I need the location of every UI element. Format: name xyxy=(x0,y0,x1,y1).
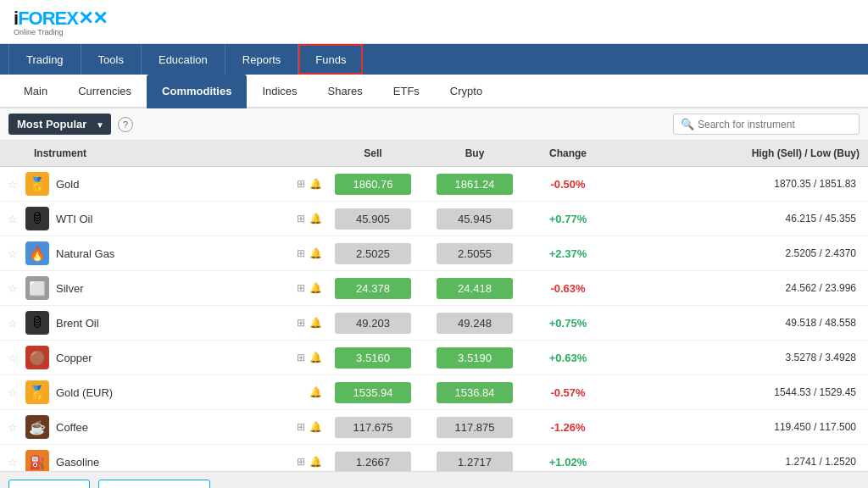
action-icons: ⊞ 🔔 xyxy=(297,352,322,363)
tab-main[interactable]: Main xyxy=(8,75,63,108)
external-link-icon[interactable]: ⊞ xyxy=(297,352,305,363)
sell-cell-6[interactable]: 1535.94 xyxy=(322,375,424,410)
nav-trading[interactable]: Trading xyxy=(8,44,81,75)
sell-cell-2[interactable]: 2.5025 xyxy=(322,236,424,271)
nav-funds[interactable]: Funds xyxy=(298,44,363,75)
tab-crypto[interactable]: Crypto xyxy=(435,75,498,108)
star-cell[interactable]: ☆ xyxy=(0,167,25,202)
buy-price[interactable]: 3.5190 xyxy=(437,347,513,369)
header-change: Change xyxy=(526,141,610,167)
sell-cell-1[interactable]: 45.905 xyxy=(322,202,424,236)
alert-icon[interactable]: 🔔 xyxy=(309,317,322,329)
instrument-name: Natural Gas xyxy=(56,247,114,260)
tab-currencies[interactable]: Currencies xyxy=(63,75,147,108)
buy-price[interactable]: 2.5055 xyxy=(437,243,513,264)
alert-icon[interactable]: 🔔 xyxy=(309,213,322,225)
star-cell[interactable]: ☆ xyxy=(0,202,25,236)
external-link-icon[interactable]: ⊞ xyxy=(297,421,305,433)
alert-icon[interactable]: 🔔 xyxy=(309,352,322,363)
nav-education[interactable]: Education xyxy=(142,44,225,75)
buy-cell-8[interactable]: 1.2717 xyxy=(424,445,526,472)
nav-reports[interactable]: Reports xyxy=(225,44,299,75)
high-low-cell-8: 1.2741 / 1.2520 xyxy=(610,445,868,472)
buy-cell-0[interactable]: 1861.24 xyxy=(424,167,526,202)
sell-cell-3[interactable]: 24.378 xyxy=(322,271,424,306)
help-icon[interactable]: ? xyxy=(118,117,133,132)
instrument-icon: ⬜ xyxy=(25,276,49,300)
star-cell[interactable]: ☆ xyxy=(0,410,25,445)
star-cell[interactable]: ☆ xyxy=(0,375,25,410)
navbar: Trading Tools Education Reports Funds xyxy=(0,44,868,75)
alert-icon[interactable]: 🔔 xyxy=(309,282,322,294)
change-cell-4: +0.75% xyxy=(526,306,610,341)
sell-price[interactable]: 1.2667 xyxy=(335,452,411,472)
most-popular-dropdown[interactable]: Most Popular xyxy=(8,114,111,135)
sell-cell-4[interactable]: 49.203 xyxy=(322,306,424,341)
sell-price[interactable]: 45.905 xyxy=(335,208,411,230)
sell-price[interactable]: 117.675 xyxy=(335,417,411,438)
sell-cell-8[interactable]: 1.2667 xyxy=(322,445,424,472)
nav-tools[interactable]: Tools xyxy=(81,44,142,75)
buy-cell-3[interactable]: 24.418 xyxy=(424,271,526,306)
sell-price[interactable]: 49.203 xyxy=(335,313,411,334)
tab-shares[interactable]: Shares xyxy=(313,75,378,108)
external-link-icon[interactable]: ⊞ xyxy=(297,213,305,225)
buy-price[interactable]: 1536.84 xyxy=(437,382,513,403)
star-cell[interactable]: ☆ xyxy=(0,445,25,472)
star-cell[interactable]: ☆ xyxy=(0,306,25,341)
external-link-icon[interactable]: ⊞ xyxy=(297,247,305,259)
action-icons: ⊞ 🔔 xyxy=(297,456,322,468)
buy-price[interactable]: 45.945 xyxy=(437,208,513,230)
buy-cell-7[interactable]: 117.875 xyxy=(424,410,526,445)
sell-cell-5[interactable]: 3.5160 xyxy=(322,341,424,375)
buy-price[interactable]: 117.875 xyxy=(437,417,513,438)
tab-etfs[interactable]: ETFs xyxy=(378,75,435,108)
external-link-icon[interactable]: ⊞ xyxy=(297,456,305,468)
tab-commodities[interactable]: Commodities xyxy=(147,75,247,108)
dropdown-wrapper[interactable]: Most Popular xyxy=(8,114,111,135)
sell-price[interactable]: 24.378 xyxy=(335,278,411,299)
buy-cell-6[interactable]: 1536.84 xyxy=(424,375,526,410)
logo-mark: ✕✕ xyxy=(78,8,107,29)
star-cell[interactable]: ☆ xyxy=(0,341,25,375)
buy-price[interactable]: 49.248 xyxy=(437,313,513,334)
buy-price[interactable]: 1.2717 xyxy=(437,452,513,472)
alert-icon[interactable]: 🔔 xyxy=(309,456,322,468)
sell-cell-0[interactable]: 1860.76 xyxy=(322,167,424,202)
sell-price[interactable]: 1860.76 xyxy=(335,174,411,195)
sell-price[interactable]: 2.5025 xyxy=(335,243,411,264)
instrument-name: Gold (EUR) xyxy=(56,386,113,399)
table-row: ☆ 🥇 Gold ⊞ 🔔 1860.76 1861.24 -0.50% 1870… xyxy=(0,167,868,202)
alert-icon[interactable]: 🔔 xyxy=(309,421,322,433)
change-cell-0: -0.50% xyxy=(526,167,610,202)
new-deal-button[interactable]: New Deal xyxy=(8,480,90,488)
buy-price[interactable]: 24.418 xyxy=(437,278,513,299)
tab-indices[interactable]: Indices xyxy=(247,75,312,108)
instrument-name: Coffee xyxy=(56,421,88,434)
header-sell: Sell xyxy=(322,141,424,167)
buy-cell-2[interactable]: 2.5055 xyxy=(424,236,526,271)
instrument-icon: 🥇 xyxy=(25,380,49,404)
high-low-cell-4: 49.518 / 48.558 xyxy=(610,306,868,341)
external-link-icon[interactable]: ⊞ xyxy=(297,317,305,329)
search-input[interactable] xyxy=(698,119,852,130)
sell-price[interactable]: 1535.94 xyxy=(335,382,411,403)
sell-price[interactable]: 3.5160 xyxy=(335,347,411,369)
sell-cell-7[interactable]: 117.675 xyxy=(322,410,424,445)
alert-icon[interactable]: 🔔 xyxy=(309,247,322,259)
header-star xyxy=(0,141,25,167)
star-cell[interactable]: ☆ xyxy=(0,271,25,306)
star-cell[interactable]: ☆ xyxy=(0,236,25,271)
external-link-icon[interactable]: ⊞ xyxy=(297,178,305,190)
search-box[interactable]: 🔍 xyxy=(673,114,860,135)
buy-cell-5[interactable]: 3.5190 xyxy=(424,341,526,375)
buy-cell-1[interactable]: 45.945 xyxy=(424,202,526,236)
action-icons: ⊞ 🔔 xyxy=(297,213,322,225)
instrument-icon: ⛽ xyxy=(25,450,49,471)
buy-cell-4[interactable]: 49.248 xyxy=(424,306,526,341)
external-link-icon[interactable]: ⊞ xyxy=(297,282,305,294)
alert-icon[interactable]: 🔔 xyxy=(309,178,322,190)
buy-price[interactable]: 1861.24 xyxy=(437,174,513,195)
new-limit-order-button[interactable]: New Limit Order xyxy=(98,480,210,488)
alert-icon[interactable]: 🔔 xyxy=(309,386,322,398)
